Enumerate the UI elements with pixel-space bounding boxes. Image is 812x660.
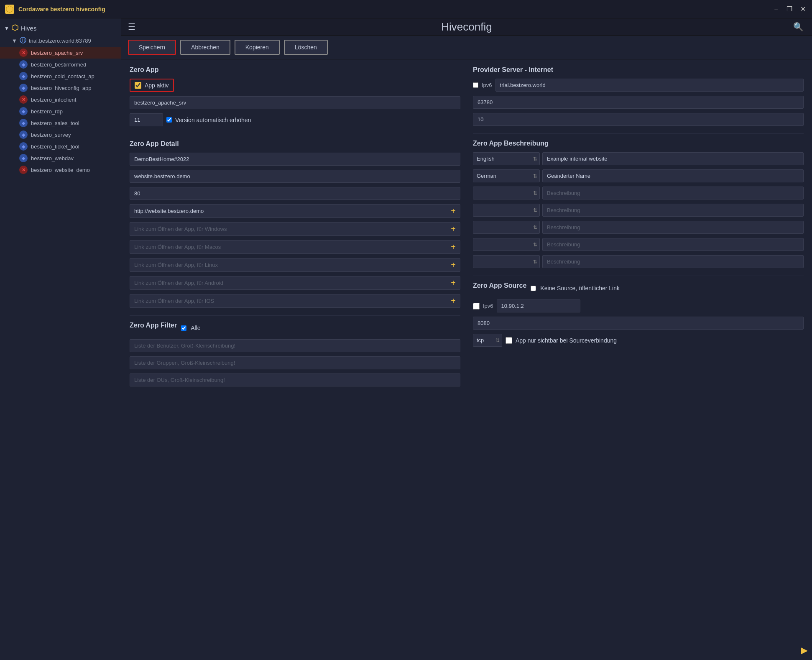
- sidebar-arrow: ▼: [4, 26, 9, 31]
- sidebar-item-infoclient[interactable]: ✕ bestzero_infoclient: [0, 94, 121, 105]
- app-name-input[interactable]: [130, 96, 460, 109]
- port-row: [473, 96, 804, 109]
- app-icon-blue: ◆: [19, 154, 28, 162]
- sidebar-item-apache-srv[interactable]: ✕ bestzero_apache_srv: [0, 47, 121, 59]
- sidebar-item-bestinformed[interactable]: ◆ bestzero_bestinformed: [0, 59, 121, 70]
- link-android-input[interactable]: [130, 277, 447, 289]
- alle-label: Alle: [191, 325, 200, 331]
- desc-row-6: [473, 238, 804, 251]
- desc-input-2[interactable]: [542, 169, 804, 182]
- restore-button[interactable]: ❐: [784, 4, 794, 14]
- sidebar-item-hiveconfig[interactable]: ◆ bestzero_hiveconfig_app: [0, 82, 121, 94]
- port-input[interactable]: [473, 96, 804, 109]
- link-linux-plus-button[interactable]: +: [447, 258, 460, 271]
- app-icon-blue: ◆: [19, 107, 28, 115]
- desc-input-1[interactable]: [542, 152, 804, 165]
- link-ios-input[interactable]: [130, 295, 447, 307]
- alle-checkbox[interactable]: [181, 325, 186, 331]
- app-name: bestzero_bestinformed: [31, 61, 86, 68]
- link-ios-row: +: [130, 294, 460, 308]
- desc-row-7: [473, 255, 804, 268]
- sidebar-item-sales[interactable]: ◆ bestzero_sales_tool: [0, 117, 121, 129]
- app-name: bestzero_apache_srv: [31, 50, 83, 56]
- app-name: bestzero_website_demo: [31, 167, 90, 173]
- minimize-button[interactable]: −: [771, 4, 781, 14]
- app-name: bestzero_sales_tool: [31, 120, 79, 126]
- sidebar-item-ticket[interactable]: ◆ bestzero_ticket_tool: [0, 141, 121, 152]
- link-linux-row: +: [130, 258, 460, 272]
- source-port-row: [473, 317, 804, 330]
- lang-select-6[interactable]: [473, 238, 540, 251]
- source-port-input[interactable]: [473, 317, 804, 330]
- delete-button[interactable]: Löschen: [284, 40, 328, 55]
- svg-marker-0: [6, 6, 13, 13]
- url-input[interactable]: [130, 205, 447, 217]
- desc-input-4[interactable]: [542, 204, 804, 217]
- link-windows-row: +: [130, 222, 460, 236]
- sidebar-item-coid[interactable]: ◆ bestzero_coid_contact_ap: [0, 70, 121, 82]
- sidebar-root[interactable]: ▼ Hives: [0, 22, 121, 35]
- lang-select-1[interactable]: English German: [473, 152, 540, 165]
- svg-marker-1: [12, 25, 18, 31]
- lang-select-3[interactable]: [473, 187, 540, 200]
- lang-select-2[interactable]: German German: [473, 169, 540, 182]
- sidebar-hive[interactable]: ▼ H trial.bestzero.world:63789: [0, 35, 121, 47]
- app-active-checkbox[interactable]: [135, 82, 141, 89]
- sidebar-item-rdp[interactable]: ◆ bestzero_rdp: [0, 105, 121, 117]
- source-tcp-row: tcp udp App nur sichtbar bei Sourceverbi…: [473, 334, 804, 347]
- url-plus-button[interactable]: +: [447, 205, 460, 217]
- detail-field3-input[interactable]: [130, 187, 460, 200]
- link-macos-input-plus: +: [130, 240, 460, 254]
- link-windows-input[interactable]: [130, 223, 447, 235]
- desc-input-5[interactable]: [542, 221, 804, 234]
- desc-input-3[interactable]: [542, 187, 804, 200]
- lang-select-4[interactable]: [473, 204, 540, 217]
- server-input[interactable]: [495, 79, 804, 92]
- desc-input-7[interactable]: [542, 255, 804, 268]
- hive-icon: H: [20, 37, 26, 45]
- sidebar-item-webdav[interactable]: ◆ bestzero_webdav: [0, 152, 121, 164]
- cancel-button[interactable]: Abbrechen: [180, 40, 230, 55]
- field3-input[interactable]: [473, 113, 804, 126]
- source-visible-checkbox[interactable]: [506, 337, 512, 344]
- scroll-arrow: ▶: [801, 645, 808, 656]
- close-button[interactable]: ✕: [798, 4, 808, 14]
- users-input[interactable]: [130, 339, 460, 352]
- app-icon-x: ✕: [19, 166, 28, 174]
- desc-input-6[interactable]: [542, 238, 804, 251]
- tcp-select[interactable]: tcp udp: [473, 334, 502, 347]
- desc-row-5: [473, 221, 804, 234]
- link-macos-input[interactable]: [130, 241, 447, 253]
- app-name-row: [130, 96, 460, 109]
- ipv6-checkbox[interactable]: [473, 82, 478, 88]
- lang-select-wrapper-6: [473, 238, 540, 251]
- app-icon-blue: ◆: [19, 72, 28, 80]
- menu-icon[interactable]: ☰: [128, 22, 135, 32]
- sidebar: ▼ Hives ▼ H trial.bestzero.world:63789 ✕…: [0, 18, 121, 660]
- source-ipv6-checkbox[interactable]: [473, 303, 480, 310]
- link-ios-plus-button[interactable]: +: [447, 294, 460, 307]
- sidebar-item-survey[interactable]: ◆ bestzero_survey: [0, 129, 121, 141]
- search-icon[interactable]: 🔍: [793, 22, 804, 32]
- sidebar-item-website-demo[interactable]: ✕ bestzero_website_demo: [0, 164, 121, 176]
- link-android-plus-button[interactable]: +: [447, 276, 460, 289]
- copy-button[interactable]: Kopieren: [235, 40, 280, 55]
- version-row: Version automatisch erhöhen: [130, 113, 460, 126]
- detail-field1-input[interactable]: [130, 153, 460, 166]
- link-android-row: +: [130, 276, 460, 290]
- link-macos-plus-button[interactable]: +: [447, 240, 460, 253]
- lang-select-7[interactable]: [473, 255, 540, 268]
- version-input[interactable]: [130, 113, 163, 126]
- source-title: Zero App Source: [473, 282, 526, 289]
- source-ip-input[interactable]: [497, 299, 580, 312]
- ipv6-row: Ipv6: [473, 79, 804, 92]
- link-windows-plus-button[interactable]: +: [447, 223, 460, 235]
- auto-version-checkbox[interactable]: [166, 117, 172, 123]
- detail-field2-input[interactable]: [130, 170, 460, 183]
- ous-input[interactable]: [130, 373, 460, 386]
- groups-input[interactable]: [130, 356, 460, 369]
- link-linux-input[interactable]: [130, 259, 447, 271]
- lang-select-5[interactable]: [473, 221, 540, 234]
- save-button[interactable]: Speichern: [128, 40, 176, 55]
- no-source-checkbox[interactable]: [531, 286, 536, 291]
